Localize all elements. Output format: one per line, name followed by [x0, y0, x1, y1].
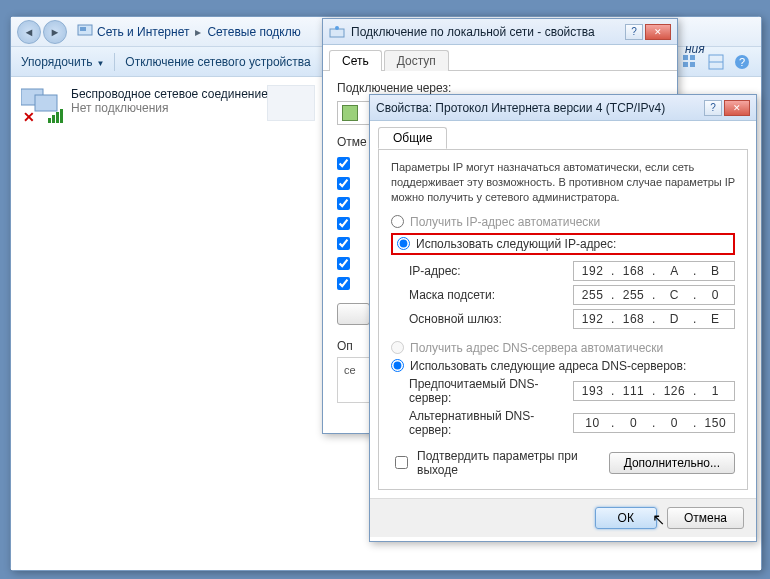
radio-manual-dns[interactable]: Использовать следующие адреса DNS-сервер…	[391, 359, 735, 373]
gateway-input[interactable]: 192. 168. D. E	[573, 309, 735, 329]
ip-address-row: IP-адрес: 192. 168. A. B	[409, 261, 735, 281]
breadcrumb-1[interactable]: Сеть и Интернет	[97, 25, 189, 39]
ipv4-tabs: Общие	[370, 121, 756, 149]
connect-via-label: Подключение через:	[337, 81, 663, 95]
svg-point-13	[335, 26, 339, 30]
nav-back-button[interactable]: ◄	[17, 20, 41, 44]
connection-name: Беспроводное сетевое соединение	[71, 87, 268, 101]
confirm-on-exit-checkbox[interactable]	[395, 456, 408, 469]
breadcrumb-sep-icon: ▸	[195, 25, 201, 39]
toolbar-disable-device-button[interactable]: Отключение сетевого устройства	[125, 55, 310, 69]
preferred-dns-row: Предпочитаемый DNS-сервер: 193. 111. 126…	[409, 377, 735, 405]
breadcrumb-2[interactable]: Сетевые подклю	[207, 25, 300, 39]
radio-auto-ip[interactable]: Получить IP-адрес автоматически	[391, 215, 735, 229]
toolbar-organize-button[interactable]: Упорядочить▼	[21, 55, 104, 69]
lan-title: Подключение по локальной сети - свойства	[351, 25, 595, 39]
radio-label: Использовать следующий IP-адрес:	[416, 237, 616, 251]
error-x-icon: ✕	[23, 109, 35, 125]
ipv4-title: Свойства: Протокол Интернета версии 4 (T…	[376, 101, 665, 115]
radio-manual-ip[interactable]: Использовать следующий IP-адрес:	[391, 233, 735, 255]
radio-input[interactable]	[391, 359, 404, 372]
lan-tabs: Сеть Доступ	[323, 45, 677, 71]
ipv4-help-button[interactable]: ?	[704, 100, 722, 116]
cancel-button[interactable]: Отмена	[667, 507, 744, 529]
toolbar-layout-icon[interactable]	[707, 53, 725, 71]
radio-label: Получить адрес DNS-сервера автоматически	[410, 341, 663, 355]
checkbox[interactable]	[337, 237, 350, 250]
toolbar-help-icon[interactable]: ?	[733, 53, 751, 71]
subnet-mask-label: Маска подсети:	[409, 288, 573, 302]
ipv4-close-button[interactable]: ✕	[724, 100, 750, 116]
subnet-mask-row: Маска подсети: 255. 255. C. 0	[409, 285, 735, 305]
checkbox[interactable]	[337, 257, 350, 270]
radio-label: Использовать следующие адреса DNS-сервер…	[410, 359, 686, 373]
lan-close-button[interactable]: ✕	[645, 24, 671, 40]
radio-input[interactable]	[397, 237, 410, 250]
preferred-dns-label: Предпочитаемый DNS-сервер:	[409, 377, 573, 405]
tab-network[interactable]: Сеть	[329, 50, 382, 71]
ipv4-button-row: ОК Отмена	[370, 498, 756, 537]
svg-rect-4	[683, 62, 688, 67]
connection-status: Нет подключения	[71, 101, 169, 115]
toolbar-separator	[114, 53, 115, 71]
connection-icon: ✕	[21, 87, 63, 119]
signal-bars-icon	[48, 109, 63, 123]
install-button[interactable]	[337, 303, 370, 325]
radio-auto-dns: Получить адрес DNS-сервера автоматически	[391, 341, 735, 355]
radio-input[interactable]	[391, 215, 404, 228]
tab-general[interactable]: Общие	[378, 127, 447, 149]
lan-titlebar: Подключение по локальной сети - свойства…	[323, 19, 677, 45]
ipv4-properties-window: Свойства: Протокол Интернета версии 4 (T…	[369, 94, 757, 542]
preferred-dns-input[interactable]: 193. 111. 126. 1	[573, 381, 735, 401]
checkbox[interactable]	[337, 157, 350, 170]
svg-rect-1	[80, 27, 86, 31]
truncated-text: ния	[685, 42, 705, 56]
gateway-label: Основной шлюз:	[409, 312, 573, 326]
gateway-row: Основной шлюз: 192. 168. D. E	[409, 309, 735, 329]
radio-input	[391, 341, 404, 354]
svg-rect-5	[690, 62, 695, 67]
ipv4-description: Параметры IP могут назначаться автоматич…	[391, 160, 735, 205]
subnet-mask-input[interactable]: 255. 255. C. 0	[573, 285, 735, 305]
radio-label: Получить IP-адрес автоматически	[410, 215, 600, 229]
svg-rect-12	[330, 29, 344, 37]
lan-help-button[interactable]: ?	[625, 24, 643, 40]
checkbox[interactable]	[337, 197, 350, 210]
ip-address-input[interactable]: 192. 168. A. B	[573, 261, 735, 281]
lan-title-icon	[329, 24, 345, 40]
checkbox[interactable]	[337, 217, 350, 230]
checkbox[interactable]	[337, 177, 350, 190]
tab-access[interactable]: Доступ	[384, 50, 449, 71]
ipv4-titlebar: Свойства: Протокол Интернета версии 4 (T…	[370, 95, 756, 121]
breadcrumb-icon	[77, 22, 93, 41]
connection-ghost-icon	[267, 85, 315, 121]
svg-text:?: ?	[739, 56, 745, 68]
alternate-dns-label: Альтернативный DNS-сервер:	[409, 409, 573, 437]
advanced-button[interactable]: Дополнительно...	[609, 452, 735, 474]
ipv4-body: Параметры IP могут назначаться автоматич…	[378, 149, 748, 490]
alternate-dns-row: Альтернативный DNS-сервер: 10. 0. 0. 150	[409, 409, 735, 437]
nav-forward-button[interactable]: ►	[43, 20, 67, 44]
adapter-icon	[342, 105, 358, 121]
alternate-dns-input[interactable]: 10. 0. 0. 150	[573, 413, 735, 433]
ip-address-label: IP-адрес:	[409, 264, 573, 278]
chevron-down-icon: ▼	[96, 59, 104, 68]
confirm-on-exit-label: Подтвердить параметры при выходе	[417, 449, 609, 477]
checkbox[interactable]	[337, 277, 350, 290]
ok-button[interactable]: ОК	[595, 507, 657, 529]
